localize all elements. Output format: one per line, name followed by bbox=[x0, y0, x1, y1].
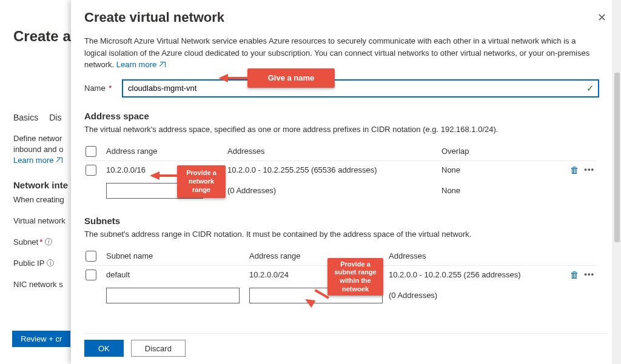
select-all-checkbox[interactable] bbox=[86, 146, 96, 157]
subnets-title: Subnets bbox=[84, 216, 610, 226]
select-all-checkbox[interactable] bbox=[86, 251, 96, 262]
addresses-cell: (0 Addresses) bbox=[227, 186, 441, 195]
addresses-cell: 10.2.0.0 - 10.2.255.255 (65536 addresses… bbox=[227, 165, 441, 174]
more-icon[interactable]: ••• bbox=[584, 270, 594, 280]
overlap-cell: None bbox=[441, 165, 563, 174]
callout-arrow-head bbox=[218, 74, 228, 82]
subnet-addresses-cell: (0 Addresses) bbox=[389, 291, 563, 300]
callout-subnet: Provide a subnet range within the netwoe… bbox=[327, 258, 383, 296]
info-icon[interactable]: i bbox=[45, 238, 52, 245]
col-overlap: Overlap bbox=[441, 147, 563, 156]
scrollbar-thumb[interactable] bbox=[614, 73, 620, 242]
discard-button[interactable]: Discard bbox=[131, 340, 186, 357]
bg-tab-basics[interactable]: Basics bbox=[13, 110, 38, 125]
close-icon[interactable]: ✕ bbox=[594, 10, 610, 25]
delete-icon[interactable]: 🗑 bbox=[570, 270, 579, 280]
col-range: Address range bbox=[106, 147, 227, 156]
blade-footer: OK Discard bbox=[84, 333, 608, 357]
col-subnet-name: Subnet name bbox=[106, 251, 249, 260]
callout-arrow bbox=[227, 77, 247, 79]
checkmark-icon: ✓ bbox=[586, 83, 594, 94]
learn-more-link[interactable]: Learn more bbox=[116, 60, 166, 69]
blade-description: The Microsoft Azure Virtual Network serv… bbox=[84, 35, 610, 71]
overlap-cell: None bbox=[441, 186, 563, 195]
review-create-button[interactable]: Review + cr bbox=[12, 331, 70, 347]
callout-range: Provide a network range bbox=[177, 165, 226, 198]
blade-title: Create virtual network bbox=[84, 10, 224, 25]
row-checkbox[interactable] bbox=[86, 270, 96, 280]
bg-tab-ds[interactable]: Dis bbox=[49, 110, 61, 125]
subnet-name-cell: default bbox=[106, 270, 249, 279]
subnet-name-input[interactable] bbox=[106, 288, 240, 303]
address-space-table: Address range Addresses Overlap 10.2.0.0… bbox=[84, 142, 597, 202]
create-vnet-blade: Create virtual network ✕ The Microsoft A… bbox=[71, 0, 621, 364]
name-label: Name * bbox=[84, 84, 122, 93]
subnets-desc: The subnet's address range in CIDR notat… bbox=[84, 230, 610, 239]
callout-arrow bbox=[158, 174, 177, 177]
scrollbar[interactable] bbox=[613, 0, 621, 364]
info-icon[interactable]: i bbox=[47, 259, 54, 266]
col-subnet-addresses: Addresses bbox=[389, 251, 563, 260]
subnet-addresses-cell: 10.2.0.0 - 10.2.0.255 (256 addresses) bbox=[389, 270, 563, 279]
delete-icon[interactable]: 🗑 bbox=[570, 165, 579, 175]
row-checkbox[interactable] bbox=[86, 165, 96, 176]
bg-learn-link[interactable]: Learn more bbox=[13, 156, 62, 165]
external-icon bbox=[57, 157, 62, 163]
name-input[interactable] bbox=[122, 79, 599, 98]
callout-name: Give a name bbox=[247, 68, 335, 88]
address-space-desc: The virtual network's address space, spe… bbox=[84, 125, 610, 134]
table-header: Address range Addresses Overlap bbox=[84, 142, 597, 161]
table-row: (0 Addresses) None bbox=[84, 179, 597, 202]
col-addresses: Addresses bbox=[227, 147, 441, 156]
more-icon[interactable]: ••• bbox=[584, 165, 594, 175]
external-icon bbox=[160, 62, 166, 67]
ok-button[interactable]: OK bbox=[84, 340, 124, 357]
address-space-title: Address space bbox=[84, 111, 610, 121]
callout-arrow-head bbox=[150, 171, 159, 180]
